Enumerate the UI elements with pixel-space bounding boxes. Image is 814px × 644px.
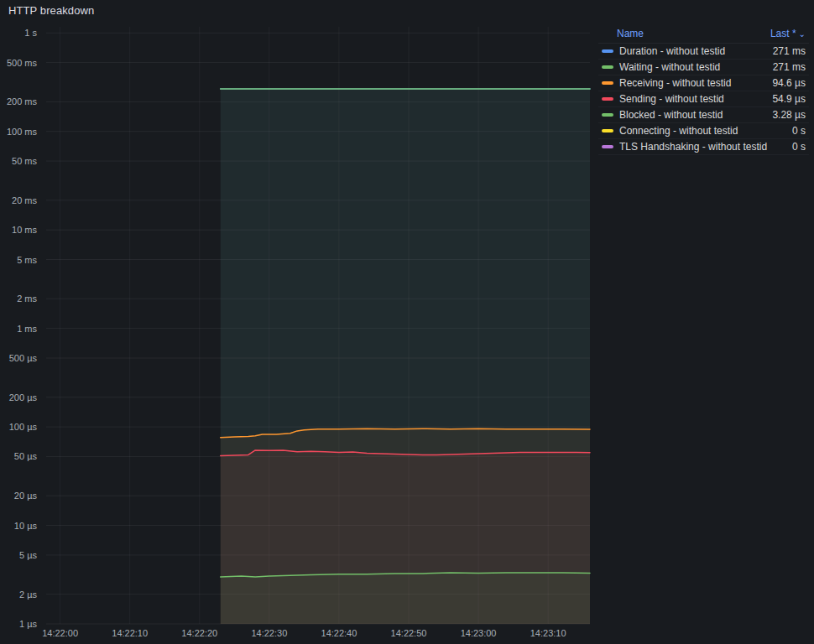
- x-axis-label: 14:23:00: [461, 628, 497, 638]
- x-axis-label: 14:22:20: [181, 628, 217, 638]
- series-color-swatch[interactable]: [602, 145, 613, 148]
- legend-last-value: 0 s: [785, 141, 806, 153]
- legend-row: Receiving - without testid94.6 µs: [598, 75, 809, 91]
- series-color-swatch[interactable]: [602, 81, 613, 85]
- legend-series-label[interactable]: Receiving - without testid: [619, 77, 765, 89]
- legend-body: Duration - without testid271 msWaiting -…: [598, 44, 809, 155]
- legend-series-label[interactable]: Waiting - without testid: [619, 61, 766, 73]
- legend-table: Name Last *⌄ Duration - without testid27…: [598, 28, 809, 155]
- legend-name-header[interactable]: Name: [617, 28, 644, 39]
- legend-series-label[interactable]: Connecting - without testid: [619, 125, 785, 137]
- series-color-swatch[interactable]: [602, 65, 613, 69]
- legend-series-label[interactable]: Sending - without testid: [619, 93, 765, 105]
- legend-row: Sending - without testid54.9 µs: [598, 91, 809, 107]
- x-axis-label: 14:22:50: [391, 628, 427, 638]
- x-axis-label: 14:23:10: [530, 628, 566, 638]
- legend-header: Name Last *⌄: [598, 28, 809, 44]
- legend-last-value: 54.9 µs: [765, 93, 806, 105]
- series-color-swatch[interactable]: [602, 113, 613, 117]
- x-axis-label: 14:22:00: [42, 628, 78, 638]
- legend-last-value: 271 ms: [766, 61, 806, 73]
- legend-series-label[interactable]: Blocked - without testid: [619, 109, 765, 121]
- x-axis-label: 14:22:10: [112, 628, 148, 638]
- legend-row: Blocked - without testid3.28 µs: [598, 107, 809, 123]
- panel-http-breakdown: HTTP breakdown 1 s500 ms200 ms100 ms50 m…: [0, 0, 814, 644]
- series-color-swatch[interactable]: [602, 97, 613, 101]
- x-axis-label: 14:22:40: [321, 628, 357, 638]
- legend-last-value: 0 s: [785, 125, 806, 137]
- legend-last-value: 3.28 µs: [765, 109, 806, 121]
- series-color-swatch[interactable]: [602, 49, 613, 53]
- legend-last-value: 271 ms: [766, 45, 806, 57]
- legend-row: Duration - without testid271 ms: [598, 44, 809, 60]
- legend-last-header[interactable]: Last *⌄: [770, 28, 806, 39]
- legend-series-label[interactable]: TLS Handshaking - without testid: [619, 141, 785, 153]
- legend-last-header-label: Last *: [770, 28, 796, 39]
- legend-row: TLS Handshaking - without testid0 s: [598, 139, 809, 155]
- x-axis-label: 14:22:30: [251, 628, 287, 638]
- legend-last-value: 94.6 µs: [765, 77, 806, 89]
- legend-row: Waiting - without testid271 ms: [598, 60, 809, 75]
- sort-caret-icon: ⌄: [799, 29, 806, 39]
- series-color-swatch[interactable]: [602, 129, 613, 132]
- legend-row: Connecting - without testid0 s: [598, 123, 809, 139]
- legend-series-label[interactable]: Duration - without testid: [619, 45, 766, 57]
